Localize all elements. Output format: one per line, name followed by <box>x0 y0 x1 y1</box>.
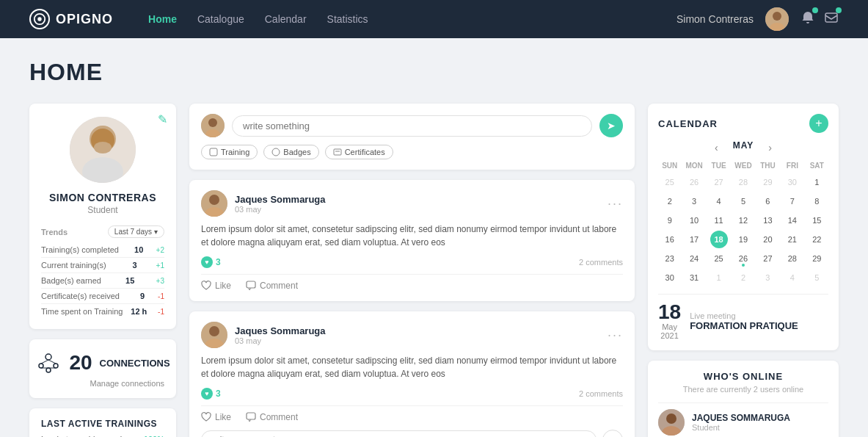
post-tags: Training Badges Certificates <box>201 145 623 159</box>
nav-avatar[interactable] <box>765 7 789 31</box>
stat-row: Certificate(s) received 9 -1 <box>41 289 164 304</box>
cal-day[interactable]: 1 <box>808 173 825 191</box>
feed-likes-row-2: ♥ 3 2 comments <box>201 388 623 400</box>
event-day: 18 <box>658 302 681 322</box>
calendar-month: MAY <box>733 140 754 151</box>
cal-day[interactable]: 4 <box>784 269 801 286</box>
cal-day[interactable]: 27 <box>759 250 776 267</box>
cal-day[interactable]: 10 <box>685 212 703 229</box>
calendar-event: 18 May 2021 Live meeting FORMATION PRATI… <box>658 302 828 340</box>
cal-day[interactable]: 25 <box>710 250 728 267</box>
cal-day[interactable]: 5 <box>808 269 825 286</box>
cal-day[interactable]: 22 <box>808 231 825 248</box>
connections-icon <box>35 350 62 376</box>
cal-day[interactable]: 27 <box>710 173 728 191</box>
logo[interactable]: OPIGNO <box>29 9 113 29</box>
cal-day[interactable]: 28 <box>784 250 801 267</box>
cal-day[interactable]: 21 <box>784 231 801 248</box>
nav-username: Simon Contreras <box>676 13 754 25</box>
cal-day[interactable]: 31 <box>685 269 703 286</box>
manage-connections-link[interactable]: Manage connections <box>41 379 164 388</box>
notifications-icon[interactable] <box>800 10 815 28</box>
cal-day[interactable]: 20 <box>759 231 776 248</box>
feed-author-2: Jaques Sommaruga <box>235 325 600 336</box>
cal-day[interactable]: 29 <box>759 173 776 191</box>
online-user-avatar-1 <box>658 409 685 436</box>
cal-day[interactable]: 6 <box>759 192 776 210</box>
svg-point-13 <box>54 364 58 368</box>
cal-day[interactable]: 1 <box>710 269 728 286</box>
calendar-add-button[interactable]: + <box>809 114 828 133</box>
cal-day[interactable]: 26 <box>685 173 703 191</box>
svg-line-16 <box>48 360 56 364</box>
cal-day[interactable]: 2 <box>734 269 752 286</box>
cal-day[interactable]: 12 <box>734 212 752 229</box>
svg-point-20 <box>208 118 217 127</box>
notifications-badge <box>812 7 818 13</box>
comment-send-button[interactable]: ➤ <box>602 430 623 437</box>
post-input[interactable] <box>232 115 592 137</box>
calendar-prev-button[interactable]: ‹ <box>715 142 718 154</box>
comment-button-1[interactable]: Comment <box>246 281 298 291</box>
comment-button-2[interactable]: Comment <box>246 412 298 422</box>
cal-day-event[interactable]: 26 <box>734 250 752 267</box>
cal-day-today[interactable]: 18 <box>710 231 728 248</box>
cal-day[interactable]: 11 <box>710 212 728 229</box>
main-grid: ✎ SIMON CONTRERAS Student <box>29 104 839 437</box>
tag-training[interactable]: Training <box>201 145 258 159</box>
cal-day[interactable]: 3 <box>759 269 776 286</box>
edit-profile-icon[interactable]: ✎ <box>158 112 167 126</box>
cal-day[interactable]: 15 <box>808 212 825 229</box>
comment-icon <box>246 281 256 291</box>
cal-day[interactable]: 25 <box>661 173 679 191</box>
calendar-header: CALENDAR + <box>658 114 828 133</box>
feed-date-1: 03 may <box>235 205 600 214</box>
cal-day[interactable]: 28 <box>734 173 752 191</box>
svg-point-3 <box>773 12 781 21</box>
post-send-button[interactable]: ➤ <box>599 114 623 137</box>
cal-day[interactable]: 4 <box>710 192 728 210</box>
connections-label: CONNECTIONS <box>100 358 170 369</box>
stat-row: Training(s) completed 10 +2 <box>41 242 164 258</box>
cal-day[interactable]: 16 <box>661 231 679 248</box>
cal-day[interactable]: 23 <box>661 250 679 267</box>
cal-day[interactable]: 8 <box>808 192 825 210</box>
trends-filter[interactable]: Last 7 days ▾ <box>108 225 164 238</box>
nav-calendar[interactable]: Calendar <box>265 13 307 25</box>
cal-day[interactable]: 2 <box>661 192 679 210</box>
like-button-2[interactable]: Like <box>201 412 231 422</box>
like-dot-1: ♥ <box>201 256 213 268</box>
connections-row: 20 CONNECTIONS <box>35 350 169 376</box>
feed-more-button-1[interactable]: ··· <box>608 196 623 212</box>
trends-label: Trends <box>41 228 68 236</box>
cal-day[interactable]: 3 <box>685 192 703 210</box>
tag-badges[interactable]: Badges <box>263 145 318 159</box>
cal-day[interactable]: 29 <box>808 250 825 267</box>
nav-catalogue[interactable]: Catalogue <box>197 13 244 25</box>
cal-day[interactable]: 30 <box>661 269 679 286</box>
nav-home[interactable]: Home <box>148 13 177 25</box>
tag-certificates[interactable]: Certificates <box>325 145 393 159</box>
cal-day[interactable]: 19 <box>734 231 752 248</box>
calendar-title: CALENDAR <box>658 118 809 129</box>
feed-meta-2: Jaques Sommaruga 03 may <box>235 325 600 345</box>
nav-statistics[interactable]: Statistics <box>327 13 368 25</box>
page-body: HOME ✎ <box>0 38 868 437</box>
cal-day[interactable]: 9 <box>661 212 679 229</box>
cal-day[interactable]: 5 <box>734 192 752 210</box>
cal-day[interactable]: 24 <box>685 250 703 267</box>
calendar-next-button[interactable]: › <box>768 142 772 154</box>
post-box: ➤ Training Badges Certificates <box>189 104 635 170</box>
event-month: May <box>658 322 681 331</box>
cal-day[interactable]: 7 <box>784 192 801 210</box>
messages-icon[interactable] <box>824 10 839 28</box>
feed-more-button-2[interactable]: ··· <box>608 328 623 343</box>
cal-day[interactable]: 13 <box>759 212 776 229</box>
cal-day[interactable]: 17 <box>685 231 703 248</box>
svg-point-10 <box>94 142 112 154</box>
like-button-1[interactable]: Like <box>201 281 231 291</box>
profile-avatar <box>70 117 136 183</box>
cal-day[interactable]: 14 <box>784 212 801 229</box>
cal-day[interactable]: 30 <box>784 173 801 191</box>
comment-input[interactable] <box>201 430 597 437</box>
